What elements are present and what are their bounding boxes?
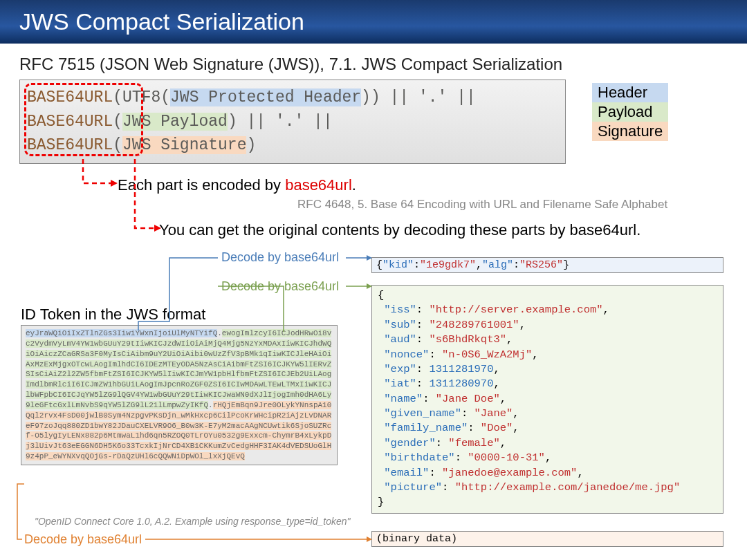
title-bar: JWS Compact Serialization xyxy=(0,0,747,44)
decoded-signature-box: (binary data) xyxy=(371,531,723,547)
svg-marker-0 xyxy=(111,180,118,187)
annotation-encoded-by: Each part is encoded by base64url. xyxy=(118,176,356,194)
pic-v: "http://example.com/janedoe/me.jpg" xyxy=(455,481,681,494)
annot1b: base64url xyxy=(285,176,352,194)
protected-header-part: JWS Protected Header xyxy=(170,88,361,106)
base64url-highlight-box xyxy=(24,83,143,156)
legend: Header Payload Signature xyxy=(592,83,668,141)
gender-k: "gender" xyxy=(384,437,435,449)
token-payload-part: ewogImlzcyI6ICJodHRwOi8vc2VydmVyLmV4YW1w… xyxy=(26,329,331,409)
decode-label-header: Decode by base64url xyxy=(221,250,339,265)
iss-k: "iss" xyxy=(384,304,416,316)
token-dot2: . xyxy=(208,401,213,409)
token-signature-part: rHQjEmBqn9Jre0OLykYNnspA10Qql2rvx4FsD00j… xyxy=(26,401,331,460)
legend-payload: Payload xyxy=(592,102,668,122)
annotation-decode: You can get the original contents by dec… xyxy=(159,221,640,239)
decoded-payload-box: { "iss": "http://server.example.com", "s… xyxy=(371,285,723,514)
pic-k: "picture" xyxy=(384,481,442,494)
l2c: ) xyxy=(228,113,237,131)
iat-k: "iat" xyxy=(384,377,416,390)
sub-k: "sub" xyxy=(384,319,416,331)
token-header-part: eyJraWQiOiIxZTlnZGs3IiwiYWxnIjoiUlMyNTYi… xyxy=(26,329,217,337)
annot1a: Each part is encoded by xyxy=(118,176,285,194)
decode-label-payload: Decode by base64url xyxy=(221,279,339,294)
alg-val: "RS256" xyxy=(519,259,563,271)
decode-label-signature: Decode by base64url xyxy=(24,532,142,547)
nonce-v: "n-0S6_WzA2Mj" xyxy=(442,348,532,361)
decoded-header-box: {"kid":"1e9gdk7","alg":"RS256"} xyxy=(371,257,723,273)
kid-key: "kid" xyxy=(382,259,414,271)
page-title: JWS Compact Serialization xyxy=(19,8,304,35)
alg-key: "alg" xyxy=(482,259,513,271)
token-heading: ID Token in the JWS format xyxy=(21,306,205,324)
l1c: )) xyxy=(361,88,380,106)
token-dot1: . xyxy=(217,329,222,337)
email-k: "email" xyxy=(384,467,429,479)
annot1c: . xyxy=(352,176,356,194)
birth-k: "birthdate" xyxy=(384,451,454,464)
aud-v: "s6BhdRkqt3" xyxy=(429,333,506,346)
iss-v: "http://server.example.com" xyxy=(429,304,602,316)
legend-signature: Signature xyxy=(592,122,668,141)
l2d: || '.' || xyxy=(237,113,333,131)
exp-k: "exp" xyxy=(384,363,416,375)
birth-v: "0000-10-31" xyxy=(468,451,545,464)
exp-v: 1311281970 xyxy=(429,363,493,375)
rfc-4648-note: RFC 4648, 5. Base 64 Encoding with URL a… xyxy=(297,198,667,212)
token-citation: "OpenID Connect Core 1.0, A.2. Example u… xyxy=(35,516,351,527)
iat-v: 1311280970 xyxy=(429,377,493,390)
given-k: "given_name" xyxy=(384,407,461,420)
email-v: "janedoe@example.com" xyxy=(442,467,577,479)
rfc-heading: RFC 7515 (JSON Web Signature (JWS)), 7.1… xyxy=(19,55,728,74)
jws-token-box: eyJraWQiOiIxZTlnZGs3IiwiYWxnIjoiUlMyNTYi… xyxy=(21,325,338,465)
kid-val: "1e9gdk7" xyxy=(420,259,476,271)
legend-header: Header xyxy=(592,83,668,102)
aud-k: "aud" xyxy=(384,333,416,346)
nonce-k: "nonce" xyxy=(384,348,429,361)
l3c: ) xyxy=(246,136,256,154)
family-k: "family_name" xyxy=(384,422,468,434)
name-k: "name" xyxy=(384,393,423,405)
serialization-code-box: BASE64URL(UTF8(JWS Protected Header)) ||… xyxy=(19,80,566,164)
l1d: || '.' || xyxy=(380,88,476,106)
family-v: "Doe" xyxy=(481,422,513,434)
name-v: "Jane Doe" xyxy=(436,393,500,405)
given-v: "Jane" xyxy=(474,407,513,420)
gender-v: "female" xyxy=(448,437,499,449)
sub-v: "248289761001" xyxy=(429,319,519,331)
